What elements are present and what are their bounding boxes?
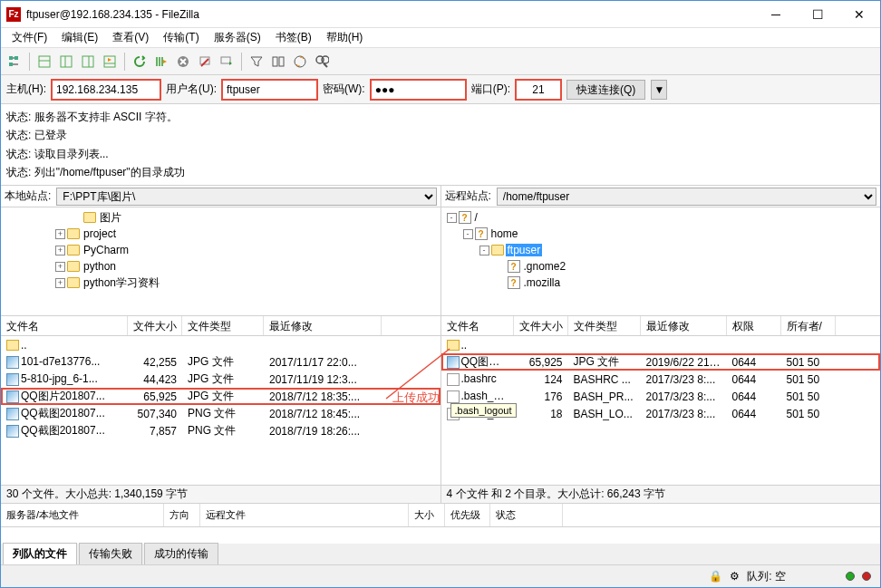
reconnect-button[interactable] [217,52,237,72]
column-header[interactable]: 文件大小 [128,316,182,335]
column-header[interactable]: 文件名 [441,316,514,335]
local-pane: 本地站点: F:\PPT库\图片\ 图片+project+PyCharm+pyt… [1,186,441,503]
file-row[interactable]: .. [441,336,881,353]
column-header[interactable]: 最近修改 [264,316,382,335]
menu-item[interactable]: 文件(F) [5,28,54,47]
tree-expand-icon[interactable]: + [55,262,65,272]
password-input[interactable] [371,80,466,100]
remote-tree[interactable]: -?/-?home-ftpuser?.gnome2?.mozilla [441,207,881,316]
sitemanager-button[interactable] [5,52,24,72]
tree-item[interactable]: +python [3,258,439,275]
file-row[interactable]: 5-810-jpg_6-1...44,423JPG 文件2017/11/19 1… [1,371,440,388]
compare-button[interactable] [268,52,288,72]
tree-item[interactable]: -?home [443,226,879,242]
search-button[interactable] [312,52,332,72]
parent-dir-icon [6,340,19,351]
maximize-button[interactable]: ☐ [797,1,838,28]
column-header[interactable]: 优先级 [445,504,490,526]
queue-tab[interactable]: 传输失败 [79,543,142,564]
menu-item[interactable]: 编辑(E) [54,28,105,47]
svg-point-18 [295,56,305,67]
file-icon [447,356,460,369]
refresh-button[interactable] [130,52,150,72]
quickconnect-bar: 主机(H): 用户名(U): 密码(W): 端口(P): 快速连接(Q) ▼ [1,75,880,104]
filter-button[interactable] [247,52,266,72]
tree-item[interactable]: +project [3,226,439,242]
tree-expand-icon[interactable]: + [55,278,65,288]
activity-led-1 [846,572,855,581]
column-header[interactable]: 状态 [490,504,563,526]
host-input[interactable] [52,80,160,100]
local-file-list[interactable]: ..101-d7e13776...42,255JPG 文件2017/11/17 … [1,336,440,485]
quickconnect-button[interactable]: 快速连接(Q) [566,80,645,100]
process-queue-button[interactable] [151,52,171,72]
menu-item[interactable]: 查看(V) [105,28,156,47]
toggle-tree-button[interactable] [56,52,76,72]
local-tree[interactable]: 图片+project+PyCharm+python+python学习资料 [1,207,440,316]
column-header[interactable]: 方向 [164,504,200,526]
transfer-queue-header: 服务器/本地文件方向远程文件大小优先级状态 [1,504,880,527]
port-input[interactable] [516,80,561,100]
toggle-log-button[interactable] [34,52,54,72]
column-header[interactable]: 文件类型 [568,316,641,335]
log-line: 状态: 列出"/home/ftpuser"的目录成功 [6,163,875,181]
tree-expand-icon[interactable]: + [55,246,65,255]
tree-expand-icon[interactable]: - [447,213,457,223]
folder-icon [67,228,80,239]
file-icon [6,408,19,420]
message-log[interactable]: 状态: 服务器不支持非 ASCII 字符。状态: 已登录状态: 读取目录列表..… [1,104,880,186]
disconnect-button[interactable] [195,52,215,72]
tree-item[interactable]: ?.mozilla [443,275,879,291]
file-icon [6,425,19,438]
remote-site-combo[interactable]: /home/ftpuser [497,188,876,206]
quickconnect-dropdown[interactable]: ▼ [651,80,667,100]
column-header[interactable]: 最近修改 [641,316,727,335]
local-status: 30 个文件。大小总共: 1,340,159 字节 [1,485,440,503]
column-header[interactable]: 权限 [727,316,781,335]
menu-item[interactable]: 传输(T) [156,28,206,47]
remote-file-list[interactable]: ..QQ图片...65,925JPG 文件2019/6/22 21:...064… [441,336,881,485]
tree-item[interactable]: +PyCharm [3,242,439,258]
tree-expand-icon[interactable]: - [479,246,489,255]
transfer-queue-body[interactable] [1,527,880,544]
column-header[interactable]: 大小 [409,504,445,526]
toggle-remote-tree-button[interactable] [78,52,98,72]
minimize-button[interactable]: ─ [755,1,797,28]
file-row[interactable]: .bashrc124BASHRC ...2017/3/23 8:...06445… [441,371,881,388]
tree-expand-icon[interactable]: + [55,229,65,239]
menu-item[interactable]: 书签(B) [268,28,319,47]
column-header[interactable]: 文件大小 [514,316,568,335]
cancel-button[interactable] [173,52,193,72]
menu-item[interactable]: 服务器(S) [207,28,268,47]
tree-expand-icon[interactable]: - [463,229,473,239]
column-header[interactable]: 所有者/ [781,316,836,335]
tree-item[interactable]: -?/ [443,209,879,226]
column-header[interactable]: 服务器/本地文件 [1,504,164,526]
file-row[interactable]: .bash_logout18BASH_LO...2017/3/23 8:...0… [441,405,881,422]
sync-browse-button[interactable] [290,52,310,72]
column-header[interactable]: 远程文件 [200,504,409,526]
tree-label: python [82,260,118,273]
svg-rect-15 [221,57,230,63]
file-row[interactable]: QQ截图201807...7,857PNG 文件2018/7/19 18:26:… [1,422,440,439]
username-input[interactable] [222,80,317,100]
menu-item[interactable]: 帮助(H) [319,28,371,47]
tree-item[interactable]: -ftpuser [443,242,879,258]
file-row[interactable]: .. [1,336,440,353]
queue-tab[interactable]: 成功的传输 [144,543,218,564]
settings-icon[interactable]: ⚙ [730,570,740,583]
local-site-combo[interactable]: F:\PPT库\图片\ [56,188,436,206]
close-button[interactable]: ✕ [838,1,880,28]
file-row[interactable]: QQ图片...65,925JPG 文件2019/6/22 21:...06445… [441,353,881,371]
tree-item[interactable]: 图片 [3,209,439,226]
file-row[interactable]: QQ图片201807...65,925JPG 文件2018/7/12 18:35… [1,388,440,405]
column-header[interactable]: 文件名 [1,316,128,335]
tree-item[interactable]: ?.gnome2 [443,258,879,275]
toggle-queue-button[interactable] [100,52,120,72]
queue-tab[interactable]: 列队的文件 [3,543,77,564]
tree-item[interactable]: +python学习资料 [3,275,439,291]
file-row[interactable]: QQ截图201807...507,340PNG 文件2018/7/12 18:4… [1,405,440,422]
tree-label: python学习资料 [82,275,161,291]
column-header[interactable]: 文件类型 [182,316,264,335]
file-row[interactable]: 101-d7e13776...42,255JPG 文件2017/11/17 22… [1,353,440,371]
